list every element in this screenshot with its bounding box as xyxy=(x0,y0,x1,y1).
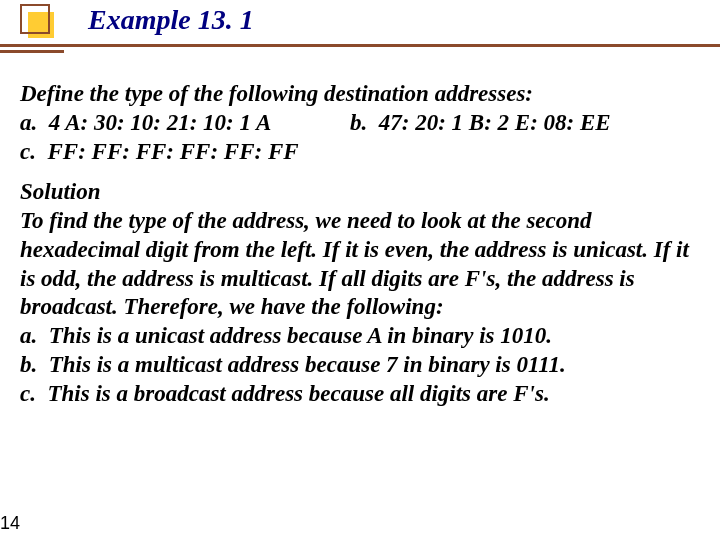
item-c-value: FF: FF: FF: FF: FF: FF xyxy=(47,139,298,164)
item-a-value: 4 A: 30: 10: 21: 10: 1 A xyxy=(49,110,272,135)
item-b-label: b. xyxy=(350,110,367,135)
solution-item-b: b. This is a multicast address because 7… xyxy=(20,351,700,380)
decor-square-outline xyxy=(20,4,50,34)
solution-a-label: a. xyxy=(20,323,37,348)
solution-a-text: This is a unicast address because A in b… xyxy=(49,323,552,348)
solution-c-text: This is a broadcast address because all … xyxy=(47,381,549,406)
question-item-b: b. 47: 20: 1 B: 2 E: 08: EE xyxy=(350,109,611,138)
slide-content: Define the type of the following destina… xyxy=(0,58,720,408)
solution-heading: Solution xyxy=(20,178,700,207)
solution-block: Solution To find the type of the address… xyxy=(20,178,700,408)
decor-rule-top xyxy=(0,44,720,47)
page-number: 14 xyxy=(0,513,20,534)
item-c-label: c. xyxy=(20,139,36,164)
question-item-c: c. FF: FF: FF: FF: FF: FF xyxy=(20,138,700,167)
solution-item-a: a. This is a unicast address because A i… xyxy=(20,322,700,351)
item-b-value: 47: 20: 1 B: 2 E: 08: EE xyxy=(379,110,611,135)
solution-b-label: b. xyxy=(20,352,37,377)
decor-rule-bottom xyxy=(0,50,64,53)
slide-header: Example 13. 1 xyxy=(0,0,720,58)
question-prompt: Define the type of the following destina… xyxy=(20,80,700,109)
question-item-a: a. 4 A: 30: 10: 21: 10: 1 A xyxy=(20,109,350,138)
item-a-label: a. xyxy=(20,110,37,135)
solution-c-label: c. xyxy=(20,381,36,406)
solution-item-c: c. This is a broadcast address because a… xyxy=(20,380,700,409)
slide-title: Example 13. 1 xyxy=(88,4,254,36)
solution-body: To find the type of the address, we need… xyxy=(20,207,700,322)
question-row-ab: a. 4 A: 30: 10: 21: 10: 1 A b. 47: 20: 1… xyxy=(20,109,700,138)
solution-b-text: This is a multicast address because 7 in… xyxy=(49,352,566,377)
